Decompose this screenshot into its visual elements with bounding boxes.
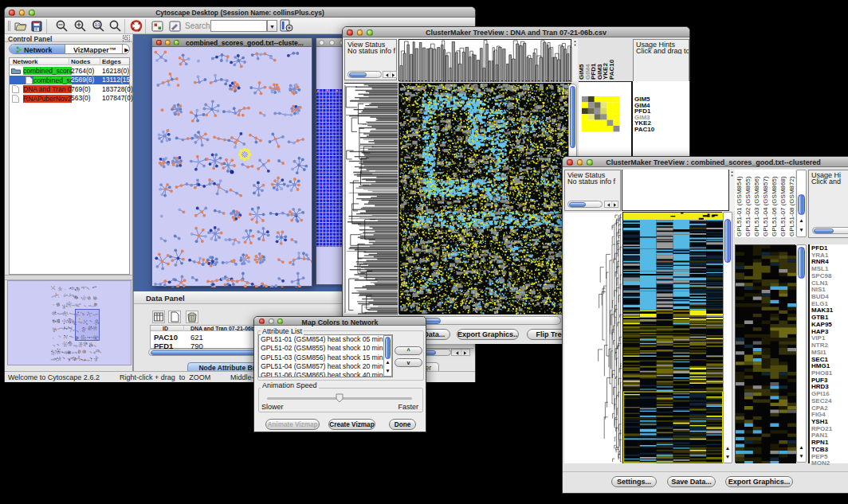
svg-text:GPL51-01 (GSM854): GPL51-01 (GSM854) [736, 176, 743, 236]
svg-text:Search:: Search: [185, 21, 212, 30]
svg-text:GPL51-04 (GSM857): GPL51-04 (GSM857) [762, 176, 769, 236]
svg-text:PAC10: PAC10 [608, 59, 615, 80]
svg-text:GPL51-06 (GSM865): GPL51-06 (GSM865) [771, 176, 778, 236]
svg-text:GPL51-02 (GSM855): GPL51-02 (GSM855) [744, 176, 752, 236]
svg-text:GPL51-03 (GSM856): GPL51-03 (GSM856) [753, 176, 760, 236]
svg-text:1:1: 1:1 [95, 23, 100, 27]
svg-text:GPL51-07 (GSM868): GPL51-07 (GSM868) [779, 176, 787, 236]
svg-text:GPL51-08 (GSM872): GPL51-08 (GSM872) [788, 176, 795, 236]
